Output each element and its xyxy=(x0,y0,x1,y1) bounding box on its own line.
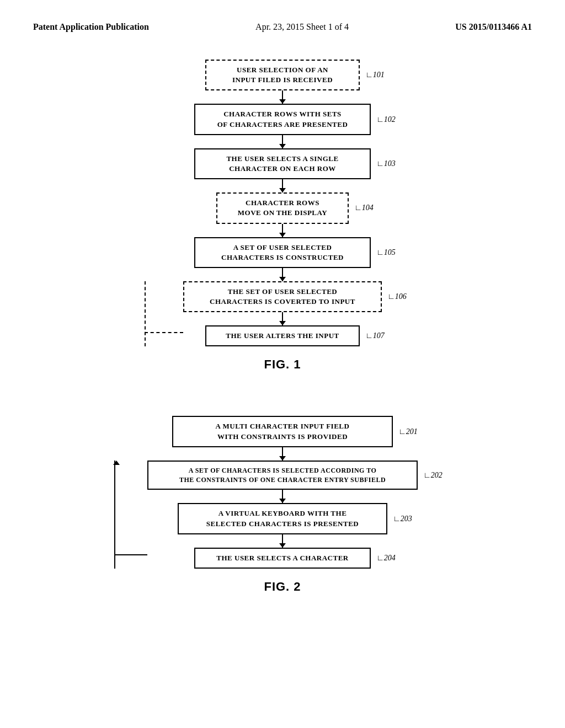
box-204: THE USER SELECTS A CHARACTER xyxy=(194,548,371,569)
box-105: A SET OF USER SELECTEDCHARACTERS IS CONS… xyxy=(194,237,371,268)
label-107: ∟107 xyxy=(365,331,398,340)
loop-bottom-h xyxy=(145,332,183,333)
label-103: ∟103 xyxy=(376,159,409,168)
box-101: USER SELECTION OF ANINPUT FILED IS RECEI… xyxy=(205,60,360,90)
label-106: ∟106 xyxy=(387,292,420,301)
step-102: CHARACTER ROWS WITH SETSOF CHARACTERS AR… xyxy=(194,104,371,135)
loop-line xyxy=(145,281,146,347)
box-201: A MULTI CHARACTER INPUT FIELDWITH CONSTR… xyxy=(172,416,393,447)
page: Patent Application Publication Apr. 23, … xyxy=(0,0,565,728)
header-center: Apr. 23, 2015 Sheet 1 of 4 xyxy=(255,22,349,32)
arrow-102-103 xyxy=(282,135,283,148)
arrow-201-202 xyxy=(282,447,283,461)
box-103: THE USER SELECTS A SINGLECHARACTER ON EA… xyxy=(194,148,371,179)
loop2-line-left xyxy=(114,461,115,569)
step-103: THE USER SELECTS A SINGLECHARACTER ON EA… xyxy=(194,148,371,179)
fig2-caption: FIG. 2 xyxy=(264,580,301,594)
box-104: CHARACTER ROWSMOVE ON THE DISPLAY xyxy=(216,192,349,223)
box-202: A SET OF CHARACTERS IS SELECTED ACCORDIN… xyxy=(147,461,418,490)
arrow-104-105 xyxy=(282,224,283,237)
arrow-203-204 xyxy=(282,534,283,548)
box-102: CHARACTER ROWS WITH SETSOF CHARACTERS AR… xyxy=(194,104,371,135)
flowchart-2: A MULTI CHARACTER INPUT FIELDWITH CONSTR… xyxy=(117,416,448,569)
header-right: US 2015/0113466 A1 xyxy=(455,22,532,32)
arrow-101-102 xyxy=(282,90,283,104)
header-left: Patent Application Publication xyxy=(33,22,149,32)
step-202: A SET OF CHARACTERS IS SELECTED ACCORDIN… xyxy=(147,461,418,490)
figure-1: USER SELECTION OF ANINPUT FILED IS RECEI… xyxy=(33,60,532,372)
label-105: ∟105 xyxy=(376,248,409,257)
step-104: CHARACTER ROWSMOVE ON THE DISPLAY ∟104 xyxy=(216,192,349,223)
loop-106-107: THE SET OF USER SELECTEDCHARACTERS IS CO… xyxy=(183,281,382,347)
step-204: THE USER SELECTS A CHARACTER ∟204 xyxy=(194,548,371,569)
loop2-bottom-h xyxy=(114,554,147,555)
arrow-105-106 xyxy=(282,268,283,281)
label-201: ∟201 xyxy=(398,427,431,436)
arrow-202-203 xyxy=(282,490,283,503)
step-201: A MULTI CHARACTER INPUT FIELDWITH CONSTR… xyxy=(172,416,393,447)
step-106: THE SET OF USER SELECTEDCHARACTERS IS CO… xyxy=(183,281,382,312)
fig1-caption: FIG. 1 xyxy=(264,357,301,372)
label-104: ∟104 xyxy=(354,204,387,212)
loop2-arrow-up xyxy=(113,461,120,465)
label-204: ∟204 xyxy=(376,554,409,563)
label-101: ∟101 xyxy=(365,71,398,79)
box-106: THE SET OF USER SELECTEDCHARACTERS IS CO… xyxy=(183,281,382,312)
label-203: ∟203 xyxy=(393,515,426,523)
loop-202-204: A SET OF CHARACTERS IS SELECTED ACCORDIN… xyxy=(147,461,418,569)
arrow-103-104 xyxy=(282,179,283,192)
label-102: ∟102 xyxy=(376,115,409,124)
box-203: A VIRTUAL KEYBOARD WITH THESELECTED CHAR… xyxy=(178,503,387,534)
label-202: ∟202 xyxy=(423,471,456,480)
header: Patent Application Publication Apr. 23, … xyxy=(33,22,532,32)
step-107: THE USER ALTERS THE INPUT ∟107 xyxy=(205,325,360,346)
figure-2: A MULTI CHARACTER INPUT FIELDWITH CONSTR… xyxy=(33,416,532,594)
step-101: USER SELECTION OF ANINPUT FILED IS RECEI… xyxy=(205,60,360,90)
arrow-106-107 xyxy=(282,312,283,325)
diagrams: USER SELECTION OF ANINPUT FILED IS RECEI… xyxy=(33,60,532,594)
step-203: A VIRTUAL KEYBOARD WITH THESELECTED CHAR… xyxy=(178,503,387,534)
box-107: THE USER ALTERS THE INPUT xyxy=(205,325,360,346)
step-105: A SET OF USER SELECTEDCHARACTERS IS CONS… xyxy=(194,237,371,268)
flowchart-1: USER SELECTION OF ANINPUT FILED IS RECEI… xyxy=(145,60,420,346)
